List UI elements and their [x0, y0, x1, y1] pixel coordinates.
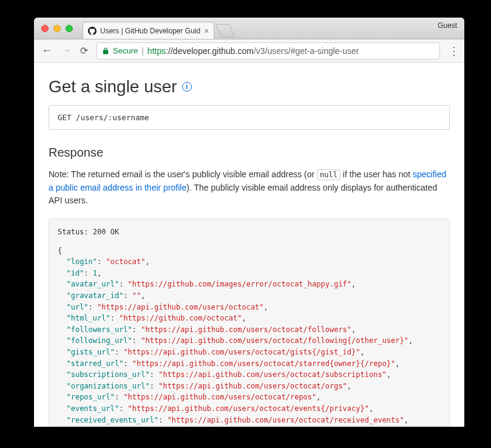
close-window-button[interactable]: [41, 25, 49, 32]
titlebar: Users | GitHub Developer Guid × Guest: [34, 18, 464, 39]
json-body: { "login": "octocat", "id": 1, "avatar_u…: [58, 245, 441, 426]
tab-close-icon[interactable]: ×: [204, 27, 209, 35]
guest-label: Guest: [438, 21, 457, 30]
response-box: Status: 200 OK { "login": "octocat", "id…: [49, 219, 450, 426]
forward-button[interactable]: →: [61, 44, 72, 57]
new-tab-button[interactable]: [215, 24, 235, 38]
url-text: https://developer.github.com/v3/users/#g…: [147, 46, 359, 56]
reload-button[interactable]: ⟳: [80, 45, 88, 56]
toolbar: ← → ⟳ Secure | https://developer.github.…: [34, 39, 464, 63]
tab-title: Users | GitHub Developer Guid: [100, 27, 200, 35]
status-line: Status: 200 OK: [58, 226, 441, 238]
browser-window: Users | GitHub Developer Guid × Guest ← …: [34, 18, 464, 427]
minimize-window-button[interactable]: [53, 25, 61, 32]
secure-badge: Secure: [113, 46, 138, 55]
browser-tab[interactable]: Users | GitHub Developer Guid ×: [83, 22, 214, 39]
lock-icon: [102, 47, 109, 55]
github-favicon: [88, 27, 97, 35]
endpoint-box: GET /users/:username: [49, 105, 450, 130]
response-heading: Response: [49, 146, 450, 160]
back-button[interactable]: ←: [41, 44, 52, 57]
note-paragraph: Note: The returned email is the user's p…: [49, 168, 450, 208]
address-bar[interactable]: Secure | https://developer.github.com/v3…: [97, 42, 440, 59]
info-icon[interactable]: i: [182, 82, 192, 92]
browser-menu-button[interactable]: ⋮: [449, 44, 457, 58]
page-content: Get a single user i GET /users/:username…: [34, 63, 464, 427]
null-code: null: [317, 169, 340, 180]
maximize-window-button[interactable]: [66, 25, 73, 32]
page-title: Get a single user i: [49, 77, 450, 97]
window-controls: [34, 25, 73, 32]
